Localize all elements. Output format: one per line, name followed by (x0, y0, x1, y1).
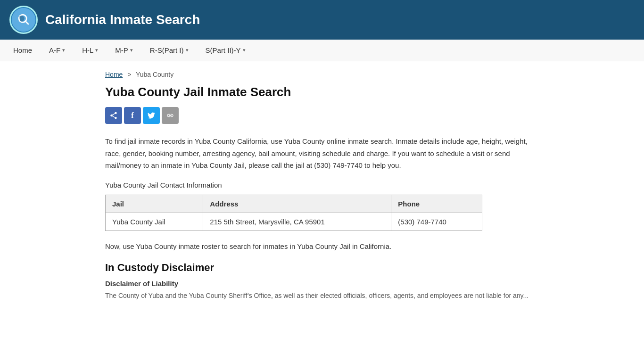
below-table-text: Now, use Yuba County inmate roster to se… (105, 240, 539, 253)
nav-home[interactable]: Home (5, 41, 41, 60)
main-content: Home > Yuba County Yuba County Jail Inma… (91, 61, 553, 310)
share-button[interactable] (105, 107, 122, 124)
nav-mp[interactable]: M-P ▾ (107, 41, 141, 60)
table-cell-address: 215 5th Street, Marysville, CA 95901 (203, 213, 391, 230)
disclaimer-section-heading: In Custody Disclaimer (105, 262, 539, 274)
breadcrumb-separator: > (127, 71, 131, 78)
social-share-bar: f (105, 107, 539, 124)
table-cell-phone: (530) 749-7740 (391, 213, 482, 230)
nav-af[interactable]: A-F ▾ (41, 41, 74, 60)
site-header: California Inmate Search (0, 0, 644, 40)
chevron-down-icon: ▾ (186, 47, 189, 53)
disclaimer-text: The County of Yuba and the Yuba County S… (105, 290, 539, 301)
facebook-share-button[interactable]: f (124, 107, 141, 124)
site-logo (9, 6, 38, 34)
table-header-phone: Phone (391, 195, 482, 213)
table-header-jail: Jail (106, 195, 203, 213)
chevron-down-icon: ▾ (243, 47, 246, 53)
disclaimer-label: Disclaimer of Liability (105, 280, 539, 288)
chevron-down-icon: ▾ (95, 47, 98, 53)
nav-rs-part1[interactable]: R-S(Part I) ▾ (141, 41, 197, 60)
copy-link-button[interactable] (162, 107, 179, 124)
nav-hl[interactable]: H-L ▾ (74, 41, 107, 60)
table-cell-jail-name: Yuba County Jail (106, 213, 203, 230)
nav-s-part2-y[interactable]: S(Part II)-Y ▾ (197, 41, 254, 60)
contact-info-label: Yuba County Jail Contact Information (105, 181, 539, 189)
table-row: Yuba County Jail 215 5th Street, Marysvi… (106, 213, 482, 230)
jail-info-table: Jail Address Phone Yuba County Jail 215 … (105, 195, 482, 231)
site-title: California Inmate Search (45, 12, 200, 27)
intro-paragraph: To find jail inmate records in Yuba Coun… (105, 135, 539, 172)
chevron-down-icon: ▾ (62, 47, 65, 53)
breadcrumb-home-link[interactable]: Home (105, 71, 123, 78)
breadcrumb-current: Yuba County (136, 71, 173, 78)
main-nav: Home A-F ▾ H-L ▾ M-P ▾ R-S(Part I) ▾ S(P… (0, 40, 644, 61)
chevron-down-icon: ▾ (130, 47, 133, 53)
breadcrumb: Home > Yuba County (105, 71, 539, 78)
twitter-share-button[interactable] (143, 107, 160, 124)
table-header-address: Address (203, 195, 391, 213)
page-title: Yuba County Jail Inmate Search (105, 85, 539, 99)
